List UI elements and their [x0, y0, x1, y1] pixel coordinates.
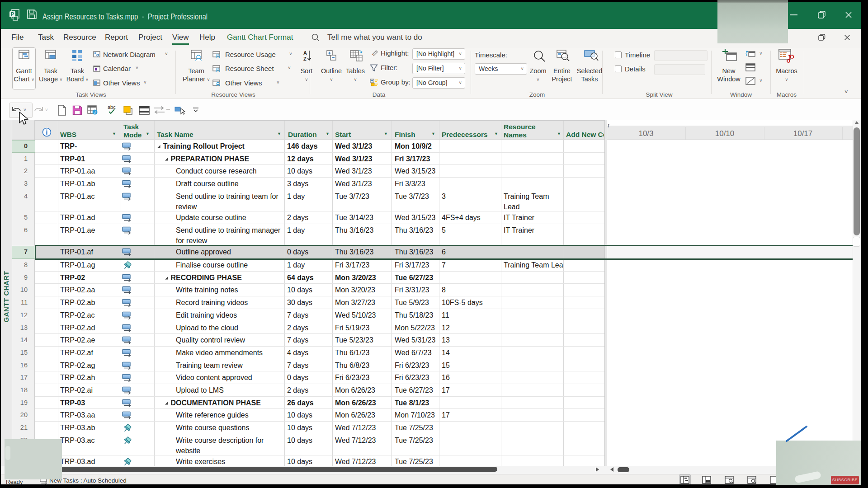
svg-text:Z: Z — [303, 56, 307, 61]
svg-text:P: P — [11, 11, 14, 17]
svg-text:A: A — [303, 50, 307, 56]
svg-text:abc: abc — [108, 104, 116, 110]
